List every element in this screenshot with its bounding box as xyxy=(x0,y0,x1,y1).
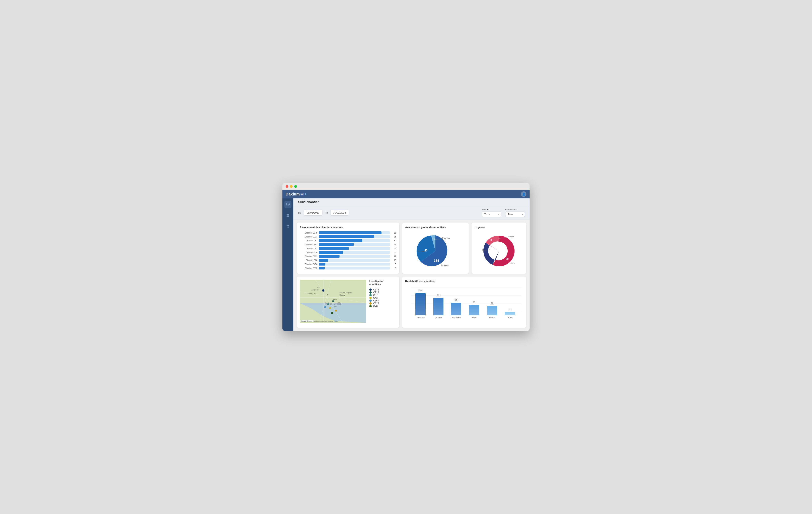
bar-fill xyxy=(319,259,328,262)
svg-point-8 xyxy=(288,227,289,228)
rentabilite-bar-group: 12 Sotkon xyxy=(485,302,499,319)
legend-label: C87 xyxy=(373,294,378,297)
legend-dot xyxy=(369,302,372,305)
bar-row: Chantier C675 88 xyxy=(300,232,396,234)
bar-label: Chantier C123 xyxy=(300,255,317,258)
bar-value: 29 xyxy=(392,255,396,258)
map-legend: Localisation chantiers C675 C213 C87 C43… xyxy=(369,280,396,325)
urgence-card: Urgence 30 xyxy=(471,222,526,274)
bar-row: Chantier C456 9 xyxy=(300,263,396,266)
sidebar xyxy=(283,198,293,331)
minimize-button[interactable] xyxy=(290,185,293,188)
map-area: Marseille ARNAVON Plan-de-Cuques Allauch… xyxy=(300,280,366,323)
avancement-chantiers-card: Avancement des chantiers en cours Chanti… xyxy=(296,222,399,274)
legend-dot xyxy=(369,299,372,302)
svg-text:Plan-de-Cuques: Plan-de-Cuques xyxy=(339,292,352,294)
bar-fill xyxy=(319,263,325,266)
rentabilite-bar-value: 16 xyxy=(454,298,458,301)
rentabilite-bar-label: Compoeco xyxy=(416,317,425,319)
date-from-input[interactable]: 09/01/2023 xyxy=(304,210,322,216)
logo-dot xyxy=(305,193,307,195)
rentabilite-bar-value: 22 xyxy=(436,294,440,297)
legend-item: C675 xyxy=(369,288,396,291)
bar-track xyxy=(319,232,390,234)
au-label: Au xyxy=(325,211,328,214)
map-card: Marseille ARNAVON Plan-de-Cuques Allauch… xyxy=(296,276,399,328)
bar-track xyxy=(319,255,390,258)
filter-group: Secteur Tous Intervenants Tous xyxy=(482,209,525,217)
legend-label: C567 xyxy=(373,299,379,302)
bar-track xyxy=(319,235,390,238)
sidebar-icon-apps[interactable] xyxy=(284,223,291,230)
rentabilite-title: Rentabilité des chantiers xyxy=(405,280,523,282)
bar-value: 34 xyxy=(392,251,396,253)
svg-point-7 xyxy=(287,227,288,228)
sidebar-icon-grid[interactable] xyxy=(284,212,291,219)
close-button[interactable] xyxy=(286,185,288,188)
svg-text:13: 13 xyxy=(432,238,435,241)
page-header: Suivi chantier xyxy=(293,198,529,206)
svg-text:Faible: Faible xyxy=(509,236,514,238)
legend-label: C213 xyxy=(373,291,379,294)
logo-text: Daxium xyxy=(286,192,300,196)
secteur-filter: Secteur Tous xyxy=(482,209,501,217)
svg-text:A507: A507 xyxy=(333,299,337,301)
bar-fill xyxy=(319,255,340,258)
svg-text:ARNAVON: ARNAVON xyxy=(312,289,319,291)
bar-fill xyxy=(319,247,349,250)
bar-fill xyxy=(319,239,362,242)
svg-point-46 xyxy=(324,306,326,308)
legend-item: C43 xyxy=(369,297,396,299)
bar-value: 9 xyxy=(392,263,396,265)
legend-dot xyxy=(369,294,372,296)
svg-text:Allauch: Allauch xyxy=(339,294,345,296)
date-to-input[interactable]: 30/01/2023 xyxy=(330,210,349,216)
avancement-global-title: Avancement global des chantiers xyxy=(405,226,466,228)
bar-track xyxy=(319,267,390,269)
du-label: Du xyxy=(298,211,301,214)
rentabilite-bar xyxy=(487,306,497,316)
svg-text:Terminés: Terminés xyxy=(441,265,449,267)
bar-label: Chantier C456 xyxy=(300,263,317,265)
bar-label: Chantier C675 xyxy=(300,232,317,234)
sidebar-icon-clock[interactable] xyxy=(284,201,291,208)
svg-text:A55: A55 xyxy=(317,287,320,288)
bar-value: 42 xyxy=(392,247,396,250)
user-avatar[interactable]: 👤 xyxy=(521,191,526,197)
legend-item: C123 xyxy=(369,302,396,305)
svg-point-43 xyxy=(332,300,334,302)
pie-chart-wrapper: 154 43 13 En retard En cours Terminés xyxy=(405,232,466,271)
bar-label: Chantier C567 xyxy=(300,244,317,246)
bar-fill xyxy=(319,232,381,234)
svg-point-45 xyxy=(329,307,331,309)
bar-row: Chantier C567 49 xyxy=(300,243,396,246)
rentabilite-bar-label: Quadria xyxy=(435,317,442,319)
intervenants-label: Intervenants xyxy=(505,209,525,211)
svg-rect-1 xyxy=(287,214,288,215)
svg-text:En retard: En retard xyxy=(442,237,450,239)
legend-dot xyxy=(369,291,372,294)
urgence-title: Urgence xyxy=(475,226,523,228)
bar-value: 13 xyxy=(392,259,396,262)
rentabilite-bar-value: 13 xyxy=(472,301,476,304)
bar-row: Chantier C43 42 xyxy=(300,247,396,250)
bar-track xyxy=(319,239,390,242)
intervenants-filter: Intervenants Tous xyxy=(505,209,525,217)
svg-point-47 xyxy=(335,310,337,312)
rentabilite-bar-label: Blard xyxy=(472,317,476,319)
map-terms-link[interactable]: Terms xyxy=(334,320,338,322)
maximize-button[interactable] xyxy=(294,185,297,188)
bar-track xyxy=(319,243,390,246)
svg-point-5 xyxy=(287,225,288,226)
main-content: Suivi chantier Du 09/01/2023 Au 30/01/20… xyxy=(293,198,529,331)
legend-item: C213 xyxy=(369,291,396,294)
svg-rect-3 xyxy=(287,216,288,217)
legend-dot xyxy=(369,297,372,299)
bar-label: Chantier C673 xyxy=(300,267,317,269)
secteur-select[interactable]: Tous xyxy=(482,212,501,217)
legend-label: C43 xyxy=(373,297,378,299)
intervenants-select[interactable]: Tous xyxy=(505,212,525,217)
bar-fill xyxy=(319,243,354,246)
rentabilite-bar xyxy=(469,305,480,316)
bar-value: 78 xyxy=(392,236,396,238)
